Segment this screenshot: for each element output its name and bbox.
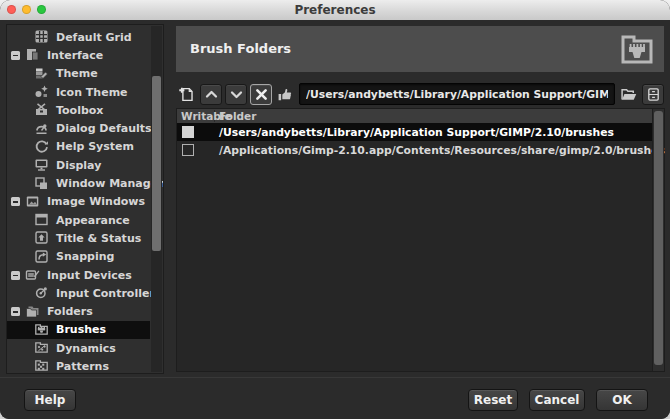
panel-header: Brush Folders — [176, 26, 664, 72]
sidebar-item-label: Dynamics — [56, 342, 116, 355]
writable-checkbox[interactable] — [182, 144, 194, 156]
action-buttons: Reset Cancel OK — [468, 389, 648, 411]
sidebar-item-label: Default Grid — [56, 31, 132, 44]
sidebar-item-input-devices[interactable]: Input Devices — [7, 266, 150, 284]
new-page-icon — [178, 86, 195, 103]
image-windows-icon — [25, 194, 41, 210]
preferences-tree: Default GridInterfaceThemeIcon ThemeTool… — [6, 24, 164, 374]
sidebar-scrollbar[interactable] — [151, 26, 162, 372]
collapse-expander-icon[interactable] — [11, 307, 20, 316]
file-manager-button[interactable] — [642, 84, 664, 105]
collapse-expander-icon[interactable] — [11, 197, 20, 206]
table-header: Writable Folder — [177, 109, 664, 124]
page-title: Brush Folders — [190, 26, 291, 72]
dialog-body: Default GridInterfaceThemeIcon ThemeTool… — [0, 20, 670, 419]
sidebar-item-theme[interactable]: Theme — [7, 65, 150, 83]
sidebar-item-label: Help System — [56, 140, 134, 153]
add-folder-button[interactable] — [176, 84, 197, 105]
dialog-footer: Help Reset Cancel OK — [0, 377, 670, 419]
sidebar-item-label: Image Windows — [47, 195, 145, 208]
display-icon — [34, 157, 50, 173]
sidebar-item-label: Input Controllers — [56, 287, 161, 300]
preferences-window: Preferences Default GridInterfaceThemeIc… — [0, 0, 670, 419]
column-header-writable[interactable]: Writable — [177, 110, 215, 122]
sidebar-item-brushes[interactable]: Brushes — [7, 321, 150, 339]
folder-path: /Users/andybetts/Library/Application Sup… — [215, 126, 614, 139]
sidebar-item-label: Interface — [47, 49, 103, 62]
patterns-icon — [34, 358, 50, 374]
sidebar-item-title-status[interactable]: Title & Status — [7, 229, 150, 247]
dialog-defaults-icon — [34, 121, 50, 137]
resize-grip[interactable] — [659, 409, 669, 419]
sidebar-item-label: Dialog Defaults — [56, 122, 152, 135]
sidebar-item-snapping[interactable]: Snapping — [7, 248, 150, 266]
chevron-up-icon — [204, 87, 219, 102]
sidebar-item-label: Toolbox — [56, 104, 103, 117]
move-up-button[interactable] — [200, 84, 222, 105]
folder-row[interactable]: /Users/andybetts/Library/Application Sup… — [177, 123, 652, 141]
move-down-button[interactable] — [225, 84, 247, 105]
brush-folder-path-input[interactable] — [299, 83, 615, 105]
icon-theme-icon — [34, 84, 50, 100]
interface-icon — [25, 47, 41, 63]
folder-row[interactable]: /Applications/Gimp-2.10.app/Contents/Res… — [177, 141, 652, 159]
thumb-up-icon — [277, 86, 294, 103]
remove-x-icon — [254, 87, 269, 102]
sidebar-item-label: Folders — [47, 305, 93, 318]
sidebar-item-toolbox[interactable]: Toolbox — [7, 101, 150, 119]
dynamics-icon — [34, 340, 50, 356]
folder-table: Writable Folder /Users/andybetts/Library… — [176, 108, 665, 372]
remove-folder-button[interactable] — [250, 84, 272, 105]
open-folder-icon — [620, 86, 638, 103]
sidebar-item-icon-theme[interactable]: Icon Theme — [7, 83, 150, 101]
sidebar-item-folders[interactable]: Folders — [7, 302, 150, 320]
cancel-button[interactable]: Cancel — [529, 389, 585, 411]
ok-button[interactable]: OK — [596, 389, 648, 411]
chevron-down-icon — [229, 87, 244, 102]
collapse-expander-icon[interactable] — [11, 271, 20, 280]
sidebar-item-interface[interactable]: Interface — [7, 46, 150, 64]
sidebar-scrollbar-thumb[interactable] — [152, 76, 161, 251]
grid-icon — [34, 29, 50, 45]
window-management-icon — [34, 176, 50, 192]
table-scrollbar-thumb[interactable] — [654, 111, 663, 365]
input-controllers-icon — [34, 285, 50, 301]
help-system-icon — [34, 139, 50, 155]
sidebar-item-label: Title & Status — [56, 232, 141, 245]
writable-checkbox[interactable] — [182, 126, 194, 138]
input-devices-icon — [25, 267, 41, 283]
sidebar-item-label: Icon Theme — [56, 86, 128, 99]
reset-button[interactable]: Reset — [468, 389, 518, 411]
sidebar-item-label: Brushes — [56, 323, 106, 336]
folder-path: /Applications/Gimp-2.10.app/Contents/Res… — [215, 144, 665, 157]
writable-indicator[interactable] — [275, 84, 296, 105]
sidebar-item-label: Snapping — [56, 250, 114, 263]
column-header-folder[interactable]: Folder — [215, 110, 256, 122]
sidebar-item-default-grid[interactable]: Default Grid — [7, 28, 150, 46]
toolbox-icon — [34, 102, 50, 118]
sidebar-item-label: Patterns — [56, 360, 109, 373]
sidebar-item-input-controllers[interactable]: Input Controllers — [7, 284, 150, 302]
sidebar-item-label: Appearance — [56, 214, 130, 227]
table-scrollbar[interactable] — [652, 109, 664, 371]
sidebar-item-appearance[interactable]: Appearance — [7, 211, 150, 229]
help-button[interactable]: Help — [24, 389, 76, 411]
sidebar-item-label: Display — [56, 159, 101, 172]
sidebar-item-help-system[interactable]: Help System — [7, 138, 150, 156]
sidebar-item-label: Window Management — [56, 177, 164, 190]
brush-folder-icon — [618, 30, 656, 68]
open-file-chooser-button[interactable] — [618, 84, 639, 105]
appearance-icon — [34, 212, 50, 228]
sidebar-item-dialog-defaults[interactable]: Dialog Defaults — [7, 119, 150, 137]
sidebar-item-patterns[interactable]: Patterns — [7, 357, 150, 374]
sidebar-item-label: Input Devices — [47, 269, 132, 282]
sidebar-item-display[interactable]: Display — [7, 156, 150, 174]
collapse-expander-icon[interactable] — [11, 51, 20, 60]
sidebar-item-dynamics[interactable]: Dynamics — [7, 339, 150, 357]
sidebar-item-window-management[interactable]: Window Management — [7, 174, 150, 192]
cabinet-icon — [646, 87, 661, 102]
theme-icon — [34, 66, 50, 82]
sidebar-item-image-windows[interactable]: Image Windows — [7, 193, 150, 211]
sidebar-item-label: Theme — [56, 67, 98, 80]
titlebar[interactable]: Preferences — [0, 0, 670, 21]
